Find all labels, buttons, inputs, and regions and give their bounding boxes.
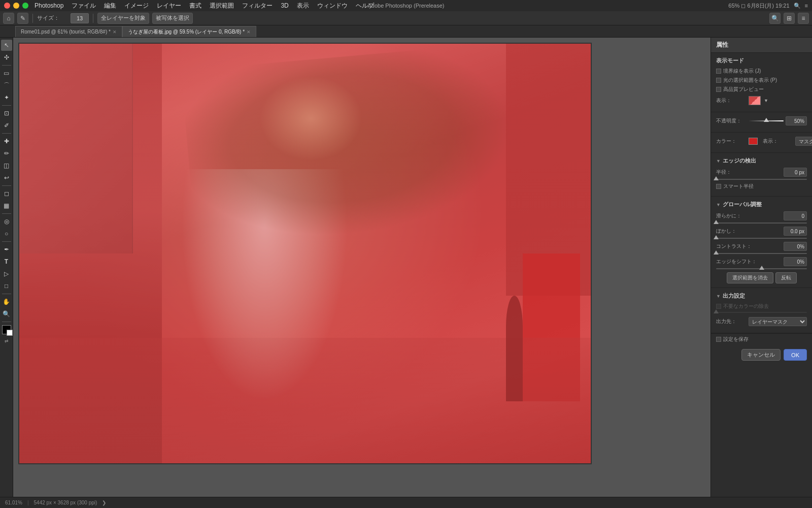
tab-unagi[interactable]: うなぎ屋の看板.jpg @ 59.5% (レイヤー 0, RGB/8) * ✕ [122, 26, 256, 37]
tool-hand[interactable]: ✋ [1, 296, 12, 307]
edge-shift-input[interactable] [784, 257, 807, 266]
smooth-slider-thumb[interactable] [714, 220, 719, 224]
foreground-color[interactable] [2, 325, 11, 334]
opacity-slider-thumb[interactable] [764, 118, 769, 122]
tool-blur[interactable]: ◎ [1, 216, 12, 227]
radius-input[interactable] [784, 168, 807, 177]
search-button[interactable]: 🔍 [769, 13, 781, 24]
close-button[interactable] [4, 3, 10, 9]
radius-slider-row: 半径： [716, 168, 807, 180]
display-mode-header[interactable]: 表示モード [716, 57, 807, 65]
tool-select[interactable]: ↖ [1, 40, 12, 51]
swap-colors-icon[interactable]: ⇄ [5, 338, 9, 343]
display-preview-swatch[interactable] [749, 96, 761, 105]
high-quality-checkbox[interactable] [716, 87, 721, 92]
tool-type[interactable]: T [1, 256, 12, 267]
edge-shift-slider-thumb[interactable] [759, 266, 764, 270]
radius-slider-thumb[interactable] [714, 176, 719, 180]
menu-edit[interactable]: 編集 [104, 2, 116, 10]
blur-slider-track[interactable] [716, 238, 807, 239]
menu-filter[interactable]: フィルター [242, 2, 273, 10]
all-layers-button[interactable]: 全レイヤーを対象 [97, 13, 149, 24]
search-icon[interactable]: 🔍 [794, 3, 801, 9]
canvas-frame [18, 43, 592, 464]
date-time: 65% ◻ 6月8日(月) 19:21 [728, 2, 789, 10]
clear-selection-button[interactable]: 選択範囲を消去 [727, 272, 773, 283]
canvas-area[interactable] [13, 38, 710, 497]
color-output-select[interactable]: マスク範囲 [795, 137, 812, 146]
tool-move[interactable]: ✣ [1, 52, 12, 63]
output-settings-header[interactable]: ▼ 出力設定 [716, 292, 807, 300]
menu-3d[interactable]: 3D [281, 2, 288, 9]
tool-zoom[interactable]: 🔍 [1, 308, 12, 320]
tab-unagi-close[interactable]: ✕ [247, 29, 251, 35]
global-adjustment-header[interactable]: ▼ グローバル調整 [716, 201, 807, 208]
tool-brush[interactable]: ✏ [1, 148, 12, 159]
tab-rome01-close[interactable]: ✕ [113, 29, 117, 35]
tool-crop[interactable]: ⊡ [1, 108, 12, 119]
size-input[interactable] [71, 13, 89, 23]
menu-type[interactable]: 書式 [189, 2, 201, 10]
edge-shift-slider-track[interactable] [716, 268, 807, 269]
tool-dodge[interactable]: ○ [1, 228, 12, 239]
edge-detection-header[interactable]: ▼ エッジの検出 [716, 157, 807, 165]
save-settings-checkbox[interactable] [716, 337, 721, 342]
tool-marquee[interactable]: ▭ [1, 68, 12, 79]
status-arrow[interactable]: ❯ [102, 500, 106, 505]
output-to-select[interactable]: レイヤーマスク [749, 317, 807, 326]
tool-separator-6 [2, 241, 11, 242]
radius-slider-track[interactable] [716, 179, 807, 180]
output-settings-section: ▼ 出力設定 不要なカラーの除去 出力先： レイヤーマスク [711, 288, 812, 333]
maximize-button[interactable] [22, 3, 28, 9]
menu-file[interactable]: ファイル [72, 2, 96, 10]
cancel-button[interactable]: キャンセル [741, 349, 781, 361]
tool-gradient[interactable]: ▦ [1, 200, 12, 211]
tool-options-icon[interactable]: ✎ [17, 13, 28, 24]
tool-stamp[interactable]: ◫ [1, 160, 12, 171]
menu-view[interactable]: 表示 [297, 2, 309, 10]
color-swatch[interactable] [749, 138, 758, 145]
smart-radius-row: スマート半径 [716, 183, 807, 190]
more-options-icon[interactable]: ≡ [798, 13, 809, 24]
color-section: カラー： 表示： マスク範囲 [711, 133, 812, 153]
tool-history-brush[interactable]: ↩ [1, 172, 12, 183]
contrast-slider-track[interactable] [716, 253, 807, 254]
tool-healing[interactable]: ✚ [1, 136, 12, 147]
smooth-slider-track[interactable] [716, 223, 807, 224]
menu-layer[interactable]: レイヤー [157, 2, 181, 10]
high-quality-preview-row: 高品質プレビュー [716, 86, 807, 93]
menu-image[interactable]: イメージ [124, 2, 149, 10]
contrast-input[interactable] [784, 242, 807, 251]
menu-select[interactable]: 選択範囲 [210, 2, 234, 10]
canvas-container [18, 43, 710, 497]
invert-button[interactable]: 反転 [775, 272, 797, 283]
workspace-icon[interactable]: ⊞ [784, 13, 795, 24]
home-button[interactable]: ⌂ [3, 13, 14, 24]
show-light-selection-checkbox[interactable] [716, 78, 721, 83]
output-arrow: ▼ [716, 294, 721, 299]
tab-rome01[interactable]: Rome01.psd @ 61% (tourist, RGB/8#) * ✕ [15, 26, 122, 37]
tool-shape[interactable]: □ [1, 280, 12, 292]
tool-eyedropper[interactable]: ✐ [1, 120, 12, 131]
opacity-input[interactable] [786, 116, 807, 125]
blur-slider-thumb[interactable] [714, 235, 719, 239]
tool-path-select[interactable]: ▷ [1, 268, 12, 279]
minimize-button[interactable] [13, 3, 19, 9]
opacity-slider-track[interactable] [749, 120, 784, 121]
smart-radius-checkbox[interactable] [716, 184, 721, 189]
show-boundary-checkbox[interactable] [716, 69, 721, 74]
background-color[interactable] [7, 330, 13, 336]
tool-eraser[interactable]: ◻ [1, 188, 12, 199]
subject-select-button[interactable]: 被写体を選択 [152, 13, 193, 24]
smooth-input[interactable] [784, 211, 807, 220]
control-center-icon[interactable]: ≡ [805, 3, 808, 9]
blur-input[interactable] [784, 227, 807, 236]
ok-button[interactable]: OK [784, 349, 807, 361]
menu-window[interactable]: ウィンドウ [317, 2, 348, 10]
contrast-slider-thumb[interactable] [714, 250, 719, 255]
tool-lasso[interactable]: ⌒ [1, 80, 12, 91]
tool-magic-wand[interactable]: ✦ [1, 92, 12, 103]
opacity-section: 不透明度： [711, 112, 812, 133]
menu-bar: Photoshop ファイル 編集 イメージ レイヤー 書式 選択範囲 フィルタ… [35, 2, 374, 10]
tool-pen[interactable]: ✒ [1, 244, 12, 255]
